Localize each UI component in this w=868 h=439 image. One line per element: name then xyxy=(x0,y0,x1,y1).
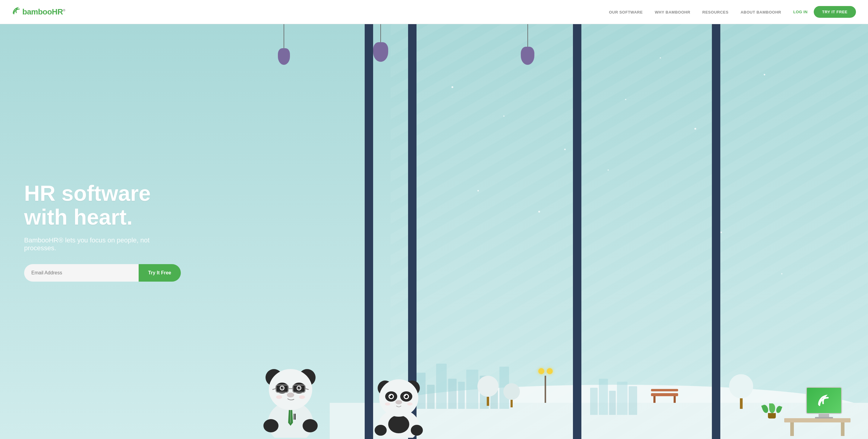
snow-3 xyxy=(564,149,566,150)
nav-links: OUR SOFTWARE WHY BAMBOOHR RESOURCES ABOU… xyxy=(609,9,781,15)
svg-point-32 xyxy=(379,379,418,417)
nav-right: LOG IN TRY IT FREE xyxy=(793,6,856,18)
city-skyline-right xyxy=(590,379,637,415)
logo-icon xyxy=(12,7,22,17)
logo-text: bambooHR® xyxy=(22,7,65,17)
svg-point-22 xyxy=(298,387,299,388)
bench xyxy=(651,389,678,403)
hanging-lamp-2 xyxy=(373,24,388,62)
svg-point-43 xyxy=(407,403,412,406)
svg-point-40 xyxy=(405,395,406,396)
svg-point-21 xyxy=(281,387,282,388)
pillar-2 xyxy=(573,24,581,439)
pillar-3 xyxy=(712,24,720,439)
hero-content: HR software with heart. BambooHR® lets y… xyxy=(0,181,205,282)
svg-rect-3 xyxy=(293,414,294,420)
svg-point-28 xyxy=(375,425,387,436)
svg-point-6 xyxy=(303,419,318,432)
svg-point-9 xyxy=(269,369,312,410)
nav-our-software[interactable]: OUR SOFTWARE xyxy=(609,10,643,14)
logo[interactable]: bambooHR® xyxy=(12,7,65,17)
nav-why-bamboohr[interactable]: WHY BAMBOOHR xyxy=(655,10,690,14)
snow-9 xyxy=(660,57,661,58)
svg-point-19 xyxy=(281,386,284,389)
hero-section: HR software with heart. BambooHR® lets y… xyxy=(0,24,868,439)
nav-about-bamboohr[interactable]: ABOUT BAMBOOHR xyxy=(741,10,781,14)
snow-4 xyxy=(625,99,626,100)
nav-resources[interactable]: RESOURCES xyxy=(702,10,728,14)
hero-form: Try It Free xyxy=(24,264,181,282)
svg-point-20 xyxy=(298,386,301,389)
svg-point-41 xyxy=(396,400,402,404)
pillar-left xyxy=(365,24,373,439)
monitor xyxy=(806,387,842,418)
tree-left xyxy=(477,376,498,406)
snow-12 xyxy=(538,211,540,212)
svg-point-39 xyxy=(390,395,391,396)
panda-office xyxy=(260,353,321,439)
plant xyxy=(763,403,781,418)
navbar: bambooHR® OUR SOFTWARE WHY BAMBOOHR RESO… xyxy=(0,0,868,24)
svg-point-5 xyxy=(264,419,278,432)
tree-mid xyxy=(503,383,520,407)
tree-right xyxy=(729,374,753,409)
snow-7 xyxy=(608,170,609,171)
svg-point-25 xyxy=(299,395,305,399)
snow-5 xyxy=(694,128,696,130)
svg-point-27 xyxy=(388,415,409,433)
email-input[interactable] xyxy=(24,264,138,282)
hero-subtext: BambooHR® lets you focus on people, not … xyxy=(24,236,181,252)
try-free-nav-button[interactable]: TRY IT FREE xyxy=(814,6,856,18)
hanging-lamp-3 xyxy=(521,24,534,65)
street-lamp xyxy=(538,368,553,403)
panda-baby xyxy=(373,365,424,439)
hero-try-free-button[interactable]: Try It Free xyxy=(138,264,181,282)
hero-headline: HR software with heart. xyxy=(24,181,181,229)
snow-11 xyxy=(781,273,782,274)
login-button[interactable]: LOG IN xyxy=(793,10,808,14)
hanging-lamp-1 xyxy=(278,24,290,65)
svg-point-42 xyxy=(385,403,390,406)
svg-rect-4 xyxy=(295,414,296,420)
svg-point-24 xyxy=(276,395,282,399)
desk xyxy=(784,418,850,422)
svg-point-23 xyxy=(287,392,294,398)
svg-point-29 xyxy=(411,425,423,436)
